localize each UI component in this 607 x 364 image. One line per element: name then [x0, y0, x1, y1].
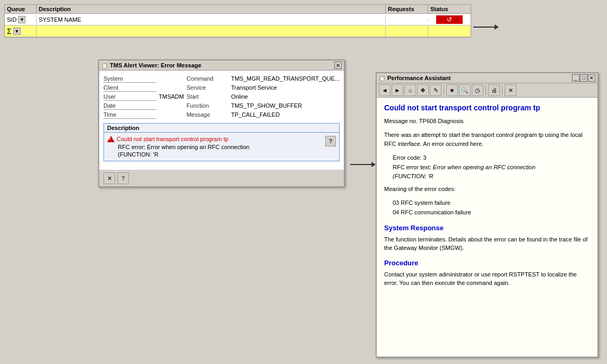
rfc-error-line: RFC error text: Error when opening an RF…: [393, 163, 590, 172]
status-icon: ↺: [447, 16, 452, 23]
table-row-sigma: Σ ▼: [5, 25, 471, 37]
perf-minimize-button[interactable]: _: [572, 74, 579, 82]
tms-alert-viewer-dialog: 📋 TMS Alert Viewer: Error Message ✕ Syst…: [98, 59, 345, 187]
perf-title-text: Performance Assistant: [387, 75, 450, 81]
queue-cell-sigma: Σ ▼: [5, 26, 37, 37]
arrow-middle: [350, 162, 376, 167]
client-label: Client: [103, 84, 157, 92]
error-triangle-icon: [107, 136, 115, 142]
message-label: Message: [186, 111, 229, 119]
error-code-line: Error code: 3: [393, 153, 590, 163]
rfc-error-label: RFC error text:: [393, 164, 431, 170]
performance-assistant-dialog: 📋 Performance Assistant _ □ ✕ ◄ ► ⌂ ❖ ✎ …: [376, 72, 599, 358]
perf-title: 📋 Performance Assistant: [379, 75, 450, 81]
perf-maximize-button[interactable]: □: [580, 74, 587, 82]
queue-expand-button[interactable]: ▼: [18, 16, 25, 23]
error-code-label: Error code:: [393, 154, 421, 161]
command-value: TMS_MGR_READ_TRANSPORT_QUE...: [231, 75, 340, 83]
perf-close-button[interactable]: ✕: [588, 74, 595, 82]
col-status: Status: [428, 5, 471, 13]
perf-titlebar: 📋 Performance Assistant _ □ ✕: [377, 73, 597, 83]
user-label: User: [103, 93, 157, 101]
error-message-text: Could not start transport control progra…: [117, 136, 228, 142]
service-label: Service: [186, 84, 229, 92]
tms-footer-help-button[interactable]: ?: [117, 172, 129, 184]
description-header: Description: [104, 124, 339, 133]
perf-print-button[interactable]: 🖨: [488, 84, 500, 96]
desc-cell-yellow: [37, 26, 386, 37]
arrow-middle-head: [371, 162, 376, 167]
description-content: Could not start transport control progra…: [104, 133, 339, 161]
status-cell-sigma: [428, 30, 471, 32]
tms-close-button[interactable]: ✕: [334, 62, 342, 69]
date-value: [159, 102, 184, 110]
start-label: Start: [186, 93, 229, 101]
tms-info-grid: System Command TMS_MGR_READ_TRANSPORT_QU…: [103, 75, 340, 119]
service-value: Transport Service: [231, 84, 340, 92]
function-label: Function: [186, 102, 229, 110]
sigma-expand-button[interactable]: ▼: [13, 28, 21, 35]
client-value: [159, 84, 184, 92]
procedure-title: Procedure: [384, 259, 590, 267]
perf-search-button[interactable]: 🔍: [459, 84, 471, 96]
description-box: Description Could not start transport co…: [103, 123, 340, 161]
perf-content: Could not start transport control progra…: [377, 98, 597, 357]
error-line1: Could not start transport control progra…: [107, 136, 325, 142]
code-04: 04 RFC communication failure: [393, 208, 590, 218]
message-value: TP_CALL_FAILED: [231, 111, 340, 119]
perf-home-button[interactable]: ⌂: [404, 84, 416, 96]
rfc-error-value: Error when opening an RFC connection: [433, 164, 535, 170]
table-row: SID ▼ SYSTEM NAME ↺: [5, 14, 471, 25]
desc-cell: SYSTEM NAME: [37, 15, 386, 24]
tms-footer-close-button[interactable]: ✕: [103, 172, 115, 184]
perf-history-button[interactable]: ◷: [472, 84, 483, 96]
error-line2: RFC error: Error when opening an RFC con…: [118, 144, 325, 150]
function-value: TMS_TP_SHOW_BUFFER: [231, 102, 340, 110]
perf-back-button[interactable]: ◄: [379, 84, 391, 96]
perf-title-icon: 📋: [379, 75, 385, 81]
meaning-label: Meaning of the error codes:: [384, 185, 590, 194]
command-label: Command: [186, 75, 229, 83]
perf-tree-button[interactable]: ❖: [417, 84, 429, 96]
arrow-line: [473, 27, 495, 28]
perf-forward-button[interactable]: ►: [392, 84, 403, 96]
col-queue: Queue: [5, 5, 37, 13]
tms-title-icon: 📋: [101, 63, 108, 68]
perf-bookmark-button[interactable]: ★: [446, 84, 458, 96]
code-03: 03 RFC system failure: [393, 198, 590, 208]
status-red-indicator: ↺: [436, 15, 463, 24]
start-value: Online: [231, 93, 340, 101]
error-line3: (FUNCTION: 'R: [118, 151, 325, 158]
col-description: Description: [37, 5, 386, 13]
perf-toolbar-separator3: [502, 85, 502, 96]
procedure-text: Contact your system administrator or use…: [384, 270, 590, 288]
perf-toolbar-close-button[interactable]: ✕: [505, 84, 516, 96]
error-text-area: Could not start transport control progra…: [107, 136, 325, 158]
perf-toolbar-separator2: [485, 85, 486, 96]
system-value: [159, 75, 184, 83]
tms-dialog-titlebar: 📋 TMS Alert Viewer: Error Message ✕: [99, 60, 344, 71]
user-value: TMSADM: [159, 93, 184, 101]
tms-dialog-footer: ✕ ?: [99, 170, 344, 186]
arrow-head: [495, 24, 499, 30]
requests-cell: [386, 19, 428, 21]
error-codes-block: 03 RFC system failure 04 RFC communicati…: [393, 198, 590, 217]
arrow-right: [473, 24, 499, 30]
time-label: Time: [103, 111, 157, 119]
system-response-text: The function terminates. Details about t…: [384, 235, 590, 253]
perf-msg-no: Message no. TP608 Diagnosis: [384, 118, 590, 124]
tms-dialog-title: 📋 TMS Alert Viewer: Error Message: [101, 62, 201, 68]
table-header: Queue Description Requests Status: [5, 5, 471, 14]
queue-cell: SID ▼: [5, 15, 37, 24]
system-response-title: System Response: [384, 224, 590, 232]
perf-main-title: Could not start transport control progra…: [384, 103, 590, 112]
function-line: (FUNCTION: 'R: [393, 172, 590, 181]
perf-para1: There was an attempt to start the transp…: [384, 131, 590, 148]
status-cell: ↺: [428, 14, 471, 25]
sigma-icon: Σ: [7, 27, 12, 36]
perf-toolbar-separator: [444, 85, 444, 96]
date-label: Date: [103, 102, 157, 110]
description-help-button[interactable]: ?: [325, 136, 336, 146]
perf-edit-button[interactable]: ✎: [430, 84, 441, 96]
col-requests: Requests: [386, 5, 428, 13]
